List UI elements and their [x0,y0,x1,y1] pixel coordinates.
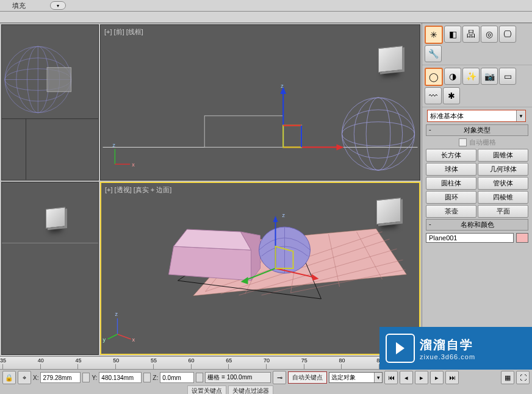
primitive-grid: 长方体 圆锥体 球体 几何球体 圆柱体 管状体 圆环 四棱锥 茶壶 平面 [426,149,528,218]
cameras-icon[interactable]: 📷 [481,68,498,85]
name-color-rollout[interactable]: - 名称和颜色 [426,219,528,231]
prim-tube-button[interactable]: 管状体 [478,177,528,190]
svg-rect-11 [204,116,283,148]
svg-text:z: z [112,142,115,148]
prim-torus-button[interactable]: 圆环 [426,191,476,204]
play-icon [386,334,415,363]
prim-plane-button[interactable]: 平面 [478,205,528,218]
tick-label: 50 [113,357,119,364]
status-bar: 🔒 ⌖ X: 279.28mm Y: 480.134mm Z: 0.0mm 栅格… [0,370,532,385]
prim-cylinder-button[interactable]: 圆柱体 [426,177,476,190]
svg-text:x: x [132,337,135,343]
object-color-swatch[interactable] [516,233,528,243]
viewport-front[interactable]: [+] [前] [线框] [100,24,420,181]
y-label: Y: [92,374,97,381]
create-tab[interactable]: ✳ [425,26,443,44]
prim-sphere-button[interactable]: 球体 [426,163,476,176]
y-field[interactable]: 480.134mm [99,372,142,383]
auto-grid-checkbox[interactable] [459,138,467,146]
svg-text:y: y [103,337,106,343]
prim-pyramid-button[interactable]: 四棱锥 [478,191,528,204]
auto-grid-row[interactable]: 自动栅格 [422,137,532,148]
svg-marker-20 [337,144,344,150]
viewport-front-scene: z x z [101,25,420,180]
z-spinner[interactable] [196,373,203,382]
display-tab[interactable]: 🖵 [499,26,516,43]
object-type-rollout[interactable]: - 对象类型 [426,124,528,136]
helpers-icon[interactable]: ▭ [499,68,516,85]
prim-cone-button[interactable]: 圆锥体 [478,149,528,162]
svg-marker-43 [174,229,251,250]
svg-line-55 [118,334,131,339]
motion-tab[interactable]: ◎ [481,26,498,43]
prim-box-button[interactable]: 长方体 [426,149,476,162]
viewport-left[interactable] [1,182,99,355]
hierarchy-tab[interactable]: 品 [462,26,480,43]
svg-marker-48 [273,216,278,222]
lock-icon[interactable]: 🔒 [2,371,16,384]
viewport-perspective[interactable]: [+] [透视] [真实 + 边面] [100,182,420,355]
selection-combo-text: 选定对象 [331,374,356,381]
play-next-icon[interactable]: ▸ [430,371,444,384]
svg-line-56 [108,334,118,339]
auto-key-button[interactable]: 自动关键点 [288,371,327,384]
utilities-tab[interactable]: 🔧 [425,45,442,62]
status-bar-2: 设置关键点 关键点过滤器 [0,385,532,394]
svg-marker-42 [169,246,251,281]
prim-teapot-button[interactable]: 茶壶 [426,205,476,218]
category-dropdown[interactable]: 标准基本体 ▼ [427,110,526,122]
panel-tab-row: ✳ ◧ 品 ◎ 🖵 🔧 [422,23,532,65]
auto-grid-label: 自动栅格 [469,138,496,147]
set-key-button[interactable]: 设置关键点 [187,385,226,394]
svg-rect-21 [283,126,301,148]
name-row: Plane001 [426,233,528,243]
menu-bar[interactable]: 填充 ▾ [0,0,532,12]
viewport-persp-label: [+] [透视] [真实 + 边面] [105,185,171,195]
play-start-icon[interactable]: ⏮ [384,371,398,384]
create-category-row: ◯ ◑ ✨ 📷 ▭ 〰 ✱ [422,65,532,107]
svg-point-13 [342,122,414,146]
y-spinner[interactable] [143,373,151,382]
tick-label: 60 [189,357,195,364]
object-name-input[interactable]: Plane001 [426,233,514,243]
geometry-icon[interactable]: ◯ [425,68,443,86]
play-prev-icon[interactable]: ◂ [400,371,413,384]
viewport-top[interactable] [1,24,99,181]
watermark-title: 溜溜自学 [420,337,475,353]
maximize-icon[interactable]: ⛶ [516,371,530,384]
svg-point-12 [342,98,414,170]
chevron-down-icon: ▼ [374,373,382,382]
x-spinner[interactable] [82,373,90,382]
key-icon[interactable]: ⊸ [273,371,286,384]
z-field[interactable]: 0.0mm [160,372,194,383]
tick-label: 45 [75,357,81,364]
viewport-front-label: [+] [前] [线框] [104,27,143,37]
selection-combo[interactable]: 选定对象 ▼ [329,372,383,383]
systems-icon[interactable]: ✱ [443,87,460,104]
svg-text:z: z [115,311,118,317]
play-end-icon[interactable]: ⏭ [445,371,459,384]
watermark-url: zixue.3d66.com [420,353,475,360]
tick-label: 80 [339,357,345,364]
viewport-persp-scene: z x y z [101,183,419,354]
toolbar-strip [0,12,532,23]
key-filter-button[interactable]: 关键点过滤器 [228,385,273,394]
prim-geosphere-button[interactable]: 几何球体 [478,163,528,176]
tick-label: 35 [0,357,6,364]
shapes-icon[interactable]: ◑ [444,68,461,85]
svg-text:x: x [132,162,135,168]
viewport-left-scene [2,182,98,354]
spacewarps-icon[interactable]: 〰 [425,87,442,104]
play-icon[interactable]: ▸ [415,371,428,384]
viewport-config-icon[interactable]: ▦ [501,371,514,384]
viewport-top-scene [2,25,98,180]
snap-icon[interactable]: ⌖ [18,371,31,384]
name-color-label: 名称和颜色 [461,221,494,228]
modify-tab[interactable]: ◧ [444,26,461,43]
fill-dropdown[interactable]: ▾ [50,1,66,10]
x-field[interactable]: 279.28mm [40,372,81,383]
chevron-down-icon: ▼ [516,110,525,121]
command-panel: ✳ ◧ 品 ◎ 🖵 🔧 ◯ ◑ ✨ 📷 ▭ 〰 ✱ 标准基本体 ▼ - 对象类型… [422,23,532,356]
lights-icon[interactable]: ✨ [462,68,480,85]
svg-point-16 [354,98,402,170]
